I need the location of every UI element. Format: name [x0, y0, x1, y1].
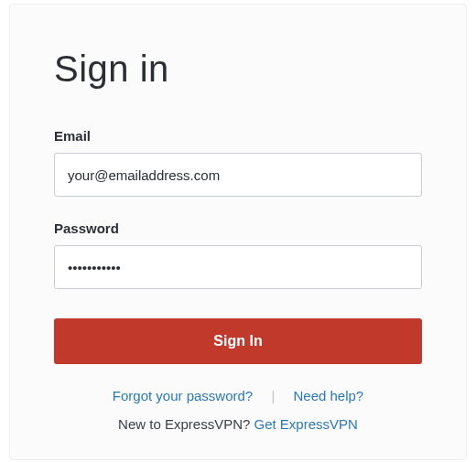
get-expressvpn-link[interactable]: Get ExpressVPN	[254, 416, 358, 432]
need-help-link[interactable]: Need help?	[293, 388, 363, 403]
signin-card: Sign in Email Password Sign In Forgot yo…	[9, 4, 467, 460]
links-divider: |	[271, 388, 275, 403]
password-label: Password	[54, 220, 422, 236]
forgot-password-link[interactable]: Forgot your password?	[113, 388, 253, 403]
email-label: Email	[54, 128, 422, 144]
help-links-row: Forgot your password? | Need help?	[54, 388, 422, 403]
email-input[interactable]	[54, 153, 422, 197]
signin-button[interactable]: Sign In	[54, 318, 422, 364]
password-input[interactable]	[54, 245, 422, 289]
signup-prompt: New to ExpressVPN?	[118, 416, 254, 432]
signup-row: New to ExpressVPN? Get ExpressVPN	[54, 416, 422, 432]
page-title: Sign in	[54, 48, 422, 90]
